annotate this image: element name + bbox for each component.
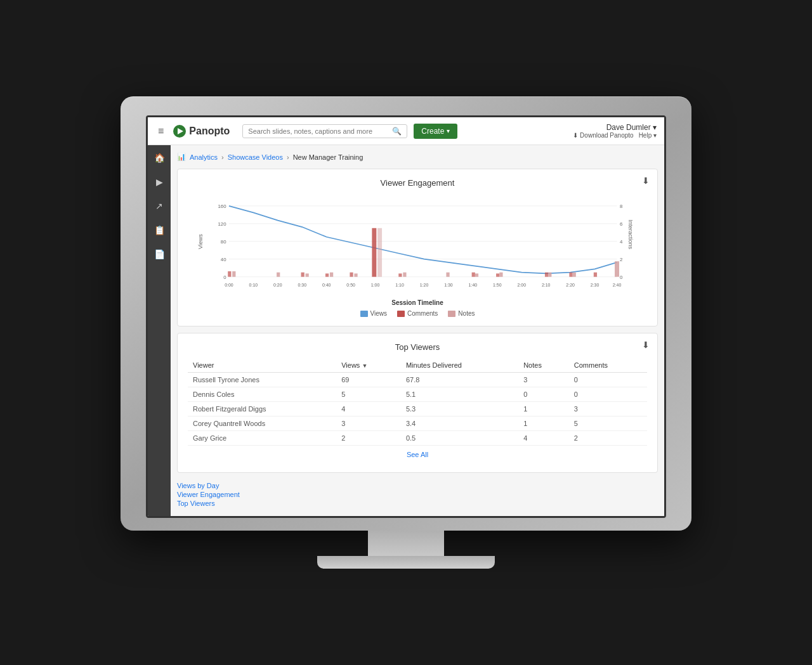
- svg-text:2: 2: [620, 257, 622, 262]
- cell-notes: 1: [518, 402, 569, 416]
- monitor-bezel: ≡ Panopto 🔍 Create ▾: [121, 96, 691, 531]
- svg-text:2:40: 2:40: [613, 283, 622, 287]
- content-area: 📊 Analytics › Showcase Videos › New Mana…: [171, 145, 664, 516]
- y-axis-left-label: Views: [197, 234, 204, 249]
- logo-text: Panopto: [189, 126, 230, 137]
- search-icon[interactable]: 🔍: [392, 127, 402, 136]
- svg-rect-37: [325, 273, 329, 276]
- svg-text:1:10: 1:10: [395, 283, 404, 287]
- breadcrumb-sep-2: ›: [287, 153, 289, 161]
- username[interactable]: Dave Dumler ▾: [573, 123, 657, 132]
- search-input[interactable]: [248, 127, 392, 135]
- svg-text:0:40: 0:40: [322, 283, 331, 287]
- viewer-engagement-download-btn[interactable]: ⬇: [642, 176, 650, 186]
- svg-rect-57: [615, 261, 619, 276]
- menu-icon[interactable]: ≡: [155, 123, 166, 139]
- svg-text:1:00: 1:00: [371, 283, 380, 287]
- chart-legend: Views Comments Notes: [188, 310, 647, 317]
- bottom-link-top-viewers[interactable]: Top Viewers: [177, 500, 658, 507]
- help-link[interactable]: Help ▾: [639, 132, 657, 139]
- svg-text:1:40: 1:40: [469, 283, 478, 287]
- viewer-engagement-chart: 0 40 80 120 160 0 2 4: [207, 194, 628, 295]
- svg-rect-46: [277, 273, 280, 277]
- cell-notes: 0: [518, 387, 569, 402]
- legend-views-label: Views: [370, 310, 388, 317]
- analytics-icon: 📊: [177, 153, 186, 161]
- svg-rect-55: [548, 273, 551, 277]
- cell-viewer: Russell Tyrone Jones: [188, 373, 336, 387]
- top-viewers-table: Viewer Views ▼ Minutes Delivered Notes C…: [188, 358, 647, 446]
- table-row: Gary Grice 2 0.5 4 2: [188, 431, 647, 446]
- cell-views: 2: [336, 431, 401, 446]
- svg-rect-45: [232, 271, 235, 277]
- cell-notes: 3: [518, 373, 569, 387]
- legend-swatch-notes: [448, 311, 455, 317]
- monitor-stand-base: [317, 556, 495, 569]
- legend-views: Views: [360, 310, 388, 317]
- bottom-link-viewer-engagement[interactable]: Viewer Engagement: [177, 491, 658, 498]
- svg-text:1:50: 1:50: [493, 283, 502, 287]
- views-line: [229, 206, 617, 274]
- cell-views: 4: [336, 402, 401, 416]
- table-row: Russell Tyrone Jones 69 67.8 3 0: [188, 373, 647, 387]
- svg-rect-38: [350, 273, 353, 277]
- bottom-links: Views by Day Viewer Engagement Top Viewe…: [177, 479, 658, 510]
- svg-rect-47: [306, 273, 309, 276]
- svg-text:160: 160: [218, 203, 226, 209]
- top-viewers-download-btn[interactable]: ⬇: [642, 340, 650, 350]
- svg-rect-51: [403, 273, 406, 277]
- sidebar-share-icon[interactable]: ↗: [153, 198, 166, 214]
- svg-rect-54: [499, 273, 502, 277]
- svg-text:40: 40: [221, 257, 226, 262]
- sidebar: 🏠 ▶ ↗ 📋 📄: [148, 145, 171, 516]
- y-axis-right-label: Interactions: [628, 219, 634, 249]
- svg-text:0:20: 0:20: [273, 283, 282, 287]
- legend-comments: Comments: [397, 310, 438, 317]
- svg-text:120: 120: [218, 221, 226, 227]
- top-viewers-panel: Top Viewers ⬇ Viewer Views ▼ Minutes Del…: [177, 333, 658, 473]
- svg-text:1:30: 1:30: [444, 283, 453, 287]
- search-bar[interactable]: 🔍: [242, 124, 407, 138]
- cell-notes: 4: [518, 431, 569, 446]
- cell-comments: 0: [569, 373, 647, 387]
- x-axis-label: Session Timeline: [207, 299, 628, 306]
- create-button[interactable]: Create ▾: [414, 124, 457, 139]
- col-minutes: Minutes Delivered: [401, 358, 518, 373]
- svg-rect-50: [377, 228, 382, 277]
- svg-text:2:00: 2:00: [517, 283, 526, 287]
- monitor-stand-neck: [368, 531, 444, 556]
- viewer-engagement-panel: Viewer Engagement ⬇ Views Interactions: [177, 169, 658, 326]
- svg-text:2:30: 2:30: [591, 283, 599, 287]
- legend-comments-label: Comments: [407, 310, 438, 317]
- breadcrumb-showcase[interactable]: Showcase Videos: [228, 153, 283, 161]
- breadcrumb: 📊 Analytics › Showcase Videos › New Mana…: [177, 152, 658, 162]
- svg-rect-41: [496, 273, 499, 276]
- monitor-wrapper: ≡ Panopto 🔍 Create ▾: [121, 96, 691, 569]
- cell-viewer: Dennis Coles: [188, 387, 336, 402]
- app: ≡ Panopto 🔍 Create ▾: [148, 117, 664, 516]
- see-all-link[interactable]: See All: [188, 446, 647, 463]
- sidebar-folder-icon[interactable]: 📋: [152, 223, 167, 238]
- bottom-link-views-by-day[interactable]: Views by Day: [177, 482, 658, 489]
- chart-outer: Views Interactions: [188, 194, 647, 306]
- sidebar-page-icon[interactable]: 📄: [152, 247, 167, 262]
- svg-rect-52: [446, 273, 449, 277]
- legend-swatch-comments: [397, 311, 405, 317]
- breadcrumb-sep-1: ›: [221, 153, 224, 161]
- sidebar-video-icon[interactable]: ▶: [154, 174, 166, 190]
- svg-rect-35: [228, 271, 231, 277]
- col-comments: Comments: [569, 358, 647, 373]
- panopto-logo-icon: [173, 124, 187, 138]
- sidebar-home-icon[interactable]: 🏠: [152, 150, 167, 165]
- svg-text:1:20: 1:20: [420, 283, 429, 287]
- svg-text:2:10: 2:10: [542, 283, 551, 287]
- sort-arrow: ▼: [362, 363, 367, 369]
- svg-rect-44: [594, 273, 597, 277]
- download-panopto-link[interactable]: ⬇ Download Panopto: [573, 132, 633, 139]
- breadcrumb-analytics[interactable]: Analytics: [190, 153, 218, 161]
- svg-text:0:50: 0:50: [346, 283, 355, 287]
- svg-text:0:00: 0:00: [225, 283, 233, 287]
- cell-minutes: 67.8: [401, 373, 518, 387]
- top-viewers-title: Top Viewers: [188, 342, 647, 352]
- col-views[interactable]: Views ▼: [336, 358, 401, 373]
